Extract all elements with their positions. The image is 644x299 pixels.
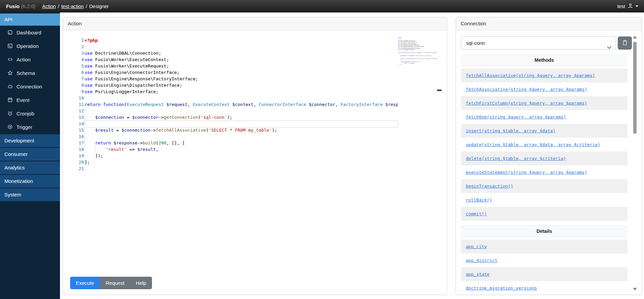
code-line[interactable]: 6use Fusio\Engine\ConnectorInterface; xyxy=(63,69,398,76)
table-row: app_city xyxy=(461,240,627,253)
action-icon xyxy=(7,57,13,62)
method-link[interactable]: fetchOne(string $query, array $params) xyxy=(466,114,566,119)
editor-minimap[interactable]: <?php use Doctrine\DBAL\Connection; use … xyxy=(398,37,437,70)
sidebar-item-action[interactable]: Action xyxy=(0,53,60,66)
detail-table-link[interactable]: app_district xyxy=(466,258,497,263)
sidebar-group-monetization[interactable]: Monetization xyxy=(0,175,60,188)
method-link[interactable]: insert(string $table, array $data) xyxy=(466,128,555,133)
method-link[interactable]: delete(string $table, array $criteria) xyxy=(466,156,566,161)
action-buttons: ExecuteRequestHelp xyxy=(70,277,152,289)
code-line[interactable]: 19 ]); xyxy=(63,153,398,159)
method-link[interactable]: fetchAllAssociative(string $query, array… xyxy=(466,73,595,78)
dashboard-icon xyxy=(7,30,13,35)
line-number: 11 xyxy=(68,101,84,108)
code-line[interactable]: 1<?php xyxy=(63,37,398,44)
brand-version: (6.2.0) xyxy=(21,3,35,9)
code-line[interactable]: 2 xyxy=(63,44,398,50)
sidebar-group-system[interactable]: System xyxy=(0,188,60,201)
table-row: app_state xyxy=(461,267,627,281)
sidebar-item-label: Dashboard xyxy=(17,30,41,35)
code-line[interactable]: 12 xyxy=(63,108,398,114)
code-line[interactable]: 13 $connection = $connector->getConnecti… xyxy=(63,114,398,120)
sidebar-item-operation[interactable]: Operation xyxy=(0,39,60,53)
sidebar-item-label: Operation xyxy=(17,43,39,49)
schema-icon xyxy=(7,70,13,76)
execute-button[interactable]: Execute xyxy=(70,277,100,289)
line-number: 18 xyxy=(68,146,84,153)
table-row: app_district xyxy=(461,253,627,267)
code-line[interactable]: 4use Fusio\Worker\ExecuteContext; xyxy=(63,56,398,63)
line-number: 10 xyxy=(68,95,84,101)
code-line[interactable]: 8use Fusio\Engine\DispatcherInterface; xyxy=(63,82,398,88)
copy-button[interactable] xyxy=(618,36,632,50)
line-number: 9 xyxy=(68,88,84,95)
sidebar-group-development[interactable]: Development xyxy=(0,134,60,147)
table-row: beginTransaction() xyxy=(461,179,627,193)
connection-select[interactable]: sql-conn xyxy=(461,36,616,50)
code-line[interactable]: 17 return $response->build(200, [], [ xyxy=(63,140,398,146)
code-line[interactable]: 5use Fusio\Worker\ExecuteRequest; xyxy=(63,63,398,69)
scrollbar-up-arrow[interactable] xyxy=(633,36,637,38)
connection-panel-title: Connection xyxy=(456,17,642,30)
method-link[interactable]: fetchFirstColumn(string $query, array $p… xyxy=(466,101,587,106)
sidebar-item-dashboard[interactable]: Dashboard xyxy=(0,26,60,39)
detail-table-link[interactable]: doctrine_migration_versions xyxy=(466,286,537,291)
code-line[interactable]: 21 xyxy=(63,165,398,172)
user-menu[interactable]: test xyxy=(617,3,638,10)
code-line[interactable]: 16 xyxy=(63,133,398,140)
connection-scrollbar[interactable] xyxy=(633,36,637,291)
event-icon xyxy=(7,97,13,103)
sidebar-item-label: Event xyxy=(17,97,29,103)
detail-table-link[interactable]: app_city xyxy=(466,244,487,249)
connection-select-row: sql-conn xyxy=(461,36,632,50)
sidebar-item-schema[interactable]: Schema xyxy=(0,66,60,80)
breadcrumb-link[interactable]: test-action xyxy=(61,4,84,9)
breadcrumb-separator: / xyxy=(58,4,59,9)
code-line[interactable]: 9use Psr\Log\LoggerInterface; xyxy=(63,88,398,95)
scrollbar-thumb[interactable] xyxy=(633,42,637,134)
code-line[interactable]: 20}; xyxy=(63,159,398,165)
line-number: 1 xyxy=(68,37,84,44)
code-line[interactable]: 10 xyxy=(63,95,398,101)
user-name: test xyxy=(617,4,625,9)
scrollbar-down-arrow[interactable] xyxy=(633,288,637,291)
line-number: 3 xyxy=(68,50,84,56)
sidebar-item-cronjob[interactable]: Cronjob xyxy=(0,107,60,120)
line-number: 4 xyxy=(68,56,84,63)
sidebar-item-trigger[interactable]: Trigger xyxy=(0,120,60,134)
details-list: app_cityapp_districtapp_statedoctrine_mi… xyxy=(461,240,627,295)
methods-header: Methods xyxy=(461,54,627,66)
connection-panel-body: sql-conn Methods fetchAllAssociative(str… xyxy=(456,30,642,295)
code-editor[interactable]: 1<?php23use Doctrine\DBAL\Connection;4us… xyxy=(63,30,447,295)
sidebar-group-analytics[interactable]: Analytics xyxy=(0,161,60,174)
code-line[interactable]: 11return function(ExecuteRequest $reques… xyxy=(63,101,398,108)
method-link[interactable]: commit() xyxy=(466,211,487,216)
method-link[interactable]: fetchAssociative(string $query, array $p… xyxy=(466,87,587,92)
brand-name: Fusio xyxy=(6,3,20,9)
table-row: fetchFirstColumn(string $query, array $p… xyxy=(461,96,627,110)
sidebar-item-api[interactable]: API xyxy=(0,13,60,26)
code-line[interactable]: 7use Fusio\Engine\Response\FactoryInterf… xyxy=(63,76,398,82)
code-line[interactable]: 15 $result = $connection->fetchAllAssoci… xyxy=(63,127,398,133)
code-line[interactable]: 3use Doctrine\DBAL\Connection; xyxy=(63,50,398,56)
sidebar-group-consumer[interactable]: Consumer xyxy=(0,148,60,161)
code-line[interactable]: 18 'result' => $result, xyxy=(63,146,398,153)
method-link[interactable]: executeStatement(string $query, array $p… xyxy=(466,170,587,175)
line-number: 15 xyxy=(68,127,84,133)
code-area[interactable]: 1<?php23use Doctrine\DBAL\Connection;4us… xyxy=(63,30,398,295)
person-icon xyxy=(627,3,633,10)
line-number: 2 xyxy=(68,44,84,50)
line-number: 7 xyxy=(68,76,84,82)
method-link[interactable]: beginTransaction() xyxy=(466,184,513,189)
connection-select-value: sql-conn xyxy=(466,40,485,46)
sidebar-item-event[interactable]: Event xyxy=(0,93,60,107)
sidebar: API DashboardOperationActionSchemaConnec… xyxy=(0,12,60,299)
breadcrumb-link[interactable]: Action xyxy=(42,4,56,9)
detail-table-link[interactable]: app_state xyxy=(466,272,489,277)
code-line[interactable]: 14 xyxy=(63,120,398,127)
method-link[interactable]: rollBack() xyxy=(466,197,492,202)
method-link[interactable]: update(string $table, array $data, array… xyxy=(466,142,600,147)
sidebar-item-connection[interactable]: Connection xyxy=(0,80,60,93)
request-button[interactable]: Request xyxy=(100,277,130,289)
help-button[interactable]: Help xyxy=(130,277,152,289)
